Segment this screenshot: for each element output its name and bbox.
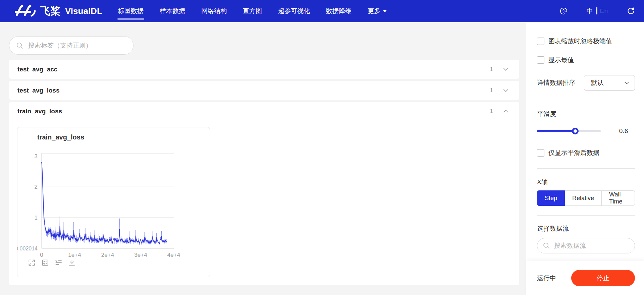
lang-divider: |	[596, 7, 597, 14]
detail-sort-dropdown[interactable]: 默认	[584, 75, 635, 91]
theme-palette-icon[interactable]	[559, 7, 568, 15]
panel-train-avg-loss: train_avg_loss 1 train_avg_loss 3210.002…	[9, 102, 519, 285]
top-nav: 飞桨 VisualDL 标量数据样本数据网络结构直方图超参可视化数据降维更多 中…	[0, 0, 644, 22]
tab-label: 网络结构	[201, 7, 227, 15]
xaxis-step-button[interactable]: Step	[537, 190, 565, 206]
fullscreen-icon[interactable]	[28, 259, 36, 267]
svg-text:3e+4: 3e+4	[134, 252, 147, 258]
show-extremum-checkbox[interactable]	[537, 56, 544, 64]
tab-label: 样本数据	[160, 7, 185, 15]
detail-sort-label: 详情数据排序	[537, 78, 575, 87]
tab-more[interactable]: 更多	[368, 0, 387, 22]
runs-label: 选择数据流	[537, 224, 635, 233]
stop-button[interactable]: 停止	[571, 270, 635, 286]
runs-filter-icon[interactable]	[55, 259, 62, 267]
tab-label: 直方图	[243, 7, 262, 15]
panel-count: 1	[490, 66, 493, 73]
chart-card: train_avg_loss 3210.00201401e+42e+43e+44…	[17, 127, 210, 277]
svg-text:0: 0	[40, 252, 43, 258]
detail-sort-row: 详情数据排序 默认	[537, 75, 635, 91]
xaxis-walltime-button[interactable]: Wall Time	[601, 190, 635, 206]
smoothing-label: 平滑度	[537, 110, 635, 118]
paddlepaddle-logo-icon	[15, 4, 37, 18]
tab-graph[interactable]: 网络结构	[201, 0, 227, 22]
running-status-label: 运行中	[537, 274, 556, 283]
xaxis-label: X轴	[537, 178, 635, 186]
ignore-extremes-option[interactable]: 图表缩放时忽略极端值	[537, 37, 635, 46]
brand-cn: 飞桨	[40, 4, 61, 18]
only-smoothed-option[interactable]: 仅显示平滑后数据	[537, 149, 635, 157]
panel-header[interactable]: test_avg_loss 1	[9, 81, 519, 100]
panel-title: test_avg_acc	[17, 66, 490, 73]
panel-count: 1	[490, 87, 493, 94]
show-extremum-option[interactable]: 显示最值	[537, 56, 635, 64]
panel-title: test_avg_loss	[17, 87, 490, 94]
xaxis-relative-button[interactable]: Relative	[565, 190, 602, 206]
chevron-down-icon[interactable]	[503, 89, 508, 92]
chart-toolbar	[28, 259, 76, 267]
svg-text:1: 1	[35, 215, 38, 221]
runs-search[interactable]	[537, 238, 635, 253]
show-extremum-label: 显示最值	[548, 56, 574, 64]
search-icon	[16, 42, 23, 49]
panel-header[interactable]: train_avg_loss 1	[9, 102, 519, 121]
slider-fill	[537, 130, 575, 132]
train-avg-loss-chart[interactable]: 3210.00201401e+42e+43e+44e+4	[17, 148, 210, 259]
ignore-extremes-label: 图表缩放时忽略极端值	[548, 37, 612, 46]
panel-test-avg-acc: test_avg_acc 1	[9, 60, 519, 79]
nav-right: 中|En	[559, 0, 635, 22]
tab-sample[interactable]: 样本数据	[160, 0, 185, 22]
lang-zh[interactable]: 中	[587, 7, 593, 14]
smoothing-slider[interactable]	[537, 130, 601, 132]
brand[interactable]: 飞桨 VisualDL	[15, 4, 115, 18]
tab-label: 标量数据	[118, 7, 144, 15]
panel-test-avg-loss: test_avg_loss 1	[9, 81, 519, 100]
smoothing-row	[537, 124, 635, 138]
tab-hyperparameter[interactable]: 超参可视化	[278, 0, 310, 22]
caret-down-icon	[383, 10, 387, 12]
only-smoothed-label: 仅显示平滑后数据	[548, 149, 599, 157]
tab-high-dimensional[interactable]: 数据降维	[326, 0, 352, 22]
svg-text:2e+4: 2e+4	[101, 252, 114, 258]
xaxis-mode-group: Step Relative Wall Time	[537, 190, 635, 206]
run-control-footer: 运行中 停止	[526, 261, 644, 295]
search-icon	[543, 242, 550, 249]
tab-label: 数据降维	[326, 7, 352, 15]
tab-label: 更多	[368, 7, 380, 15]
brand-product: VisualDL	[65, 6, 102, 16]
divider	[537, 168, 635, 169]
tag-search[interactable]	[9, 36, 133, 55]
main-content: test_avg_acc 1 test_avg_loss 1 train_avg…	[0, 22, 526, 295]
svg-text:0.002014: 0.002014	[17, 246, 38, 251]
smoothing-value-input[interactable]	[612, 125, 635, 137]
svg-text:4e+4: 4e+4	[167, 252, 180, 258]
slider-knob[interactable]	[572, 128, 579, 134]
only-smoothed-checkbox[interactable]	[537, 149, 544, 157]
settings-sidebar: 图表缩放时忽略极端值 显示最值 详情数据排序 默认 平滑度	[526, 22, 644, 295]
divider	[537, 100, 635, 100]
refresh-icon[interactable]	[627, 7, 635, 15]
language-toggle[interactable]: 中|En	[587, 7, 608, 15]
tab-label: 超参可视化	[278, 7, 310, 15]
runs-search-input[interactable]	[554, 242, 636, 249]
tag-search-input[interactable]	[28, 42, 126, 49]
chevron-up-icon[interactable]	[503, 110, 508, 113]
detail-sort-value: 默认	[591, 78, 624, 87]
svg-text:1e+4: 1e+4	[68, 252, 81, 258]
divider	[537, 215, 635, 216]
chevron-down-icon[interactable]	[503, 68, 508, 71]
svg-text:2: 2	[35, 184, 38, 190]
ignore-extremes-checkbox[interactable]	[537, 38, 544, 45]
chevron-down-icon	[624, 81, 629, 84]
download-icon[interactable]	[68, 259, 76, 267]
panel-header[interactable]: test_avg_acc 1	[9, 60, 519, 79]
chart-title: train_avg_loss	[37, 133, 84, 141]
svg-text:3: 3	[35, 153, 38, 160]
panel-count: 1	[490, 108, 493, 115]
lang-en[interactable]: En	[600, 7, 608, 14]
nav-tabs: 标量数据样本数据网络结构直方图超参可视化数据降维更多	[118, 0, 387, 22]
panel-title: train_avg_loss	[17, 108, 490, 115]
tab-scalar[interactable]: 标量数据	[118, 0, 144, 22]
restore-scale-icon[interactable]	[41, 259, 49, 267]
tab-histogram[interactable]: 直方图	[243, 0, 262, 22]
